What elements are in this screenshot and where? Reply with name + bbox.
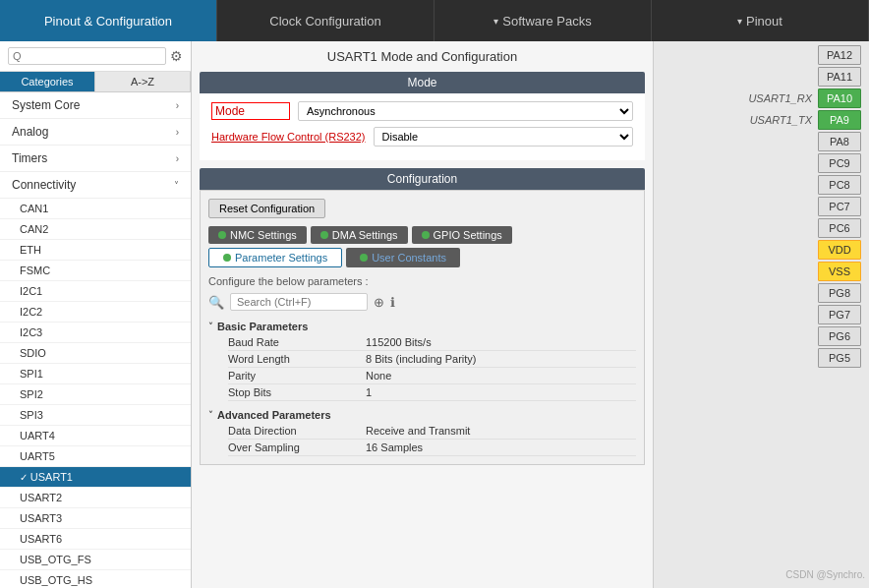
conn-usb-otg-fs[interactable]: USB_OTG_FS [0, 550, 191, 570]
arrow-connectivity-icon: ˅ [174, 180, 179, 191]
param-search-input[interactable] [230, 293, 368, 311]
dot-dma-icon [320, 231, 328, 239]
tab-nmc-settings[interactable]: NMC Settings [208, 226, 307, 244]
conn-can1[interactable]: CAN1 [0, 199, 191, 219]
basic-params-rows: Baud Rate 115200 Bits/s Word Length 8 Bi… [228, 334, 636, 401]
gear-icon[interactable]: ⚙ [170, 48, 183, 64]
nav-software-packs[interactable]: ▾ Software Packs [434, 0, 652, 41]
pin-pg7[interactable]: PG7 [818, 305, 861, 324]
mode-row-hwflow: Hardware Flow Control (RS232) Disable En… [211, 127, 633, 147]
reset-config-button[interactable]: Reset Configuration [208, 199, 325, 218]
pin-pc8[interactable]: PC8 [818, 175, 861, 195]
dot-nmc-icon [218, 231, 226, 239]
search-icon: 🔍 [208, 295, 224, 310]
watermark: CSDN @Synchro. [785, 569, 865, 580]
tab-gpio-settings[interactable]: GPIO Settings [412, 226, 512, 244]
sidebar-item-system-core[interactable]: System Core › [0, 92, 191, 119]
param-row-stop: Stop Bits 1 [228, 384, 636, 401]
top-nav: Pinout & Configuration Clock Configurati… [0, 0, 869, 41]
hw-flow-select[interactable]: Disable Enable [374, 127, 634, 147]
conn-sdio[interactable]: SDIO [0, 343, 191, 364]
pin-pg6[interactable]: PG6 [818, 326, 861, 346]
pin-row-pc8: PC8 [812, 175, 861, 195]
mode-section: Mode Mode Asynchronous Synchronous Disab… [200, 72, 645, 160]
conn-usart1[interactable]: USART1 [0, 467, 191, 488]
mode-label: Mode [211, 102, 290, 120]
mode-select[interactable]: Asynchronous Synchronous Disable [298, 101, 633, 121]
tab-az[interactable]: A->Z [95, 72, 191, 91]
conn-usart2[interactable]: USART2 [0, 488, 191, 508]
conn-spi2[interactable]: SPI2 [0, 384, 191, 405]
sidebar: ⚙ Categories A->Z System Core › Analog ›… [0, 41, 192, 588]
basic-params-tree: ˅ Basic Parameters Baud Rate 115200 Bits… [208, 319, 636, 401]
mode-header: Mode [200, 72, 645, 93]
conn-i2c2[interactable]: I2C2 [0, 302, 191, 323]
pin-pa12[interactable]: PA12 [818, 45, 861, 65]
pin-pa9[interactable]: PA9 [818, 110, 861, 130]
sidebar-item-analog[interactable]: Analog › [0, 119, 191, 146]
pin-pc9[interactable]: PC9 [818, 153, 861, 173]
search-input[interactable] [8, 47, 166, 65]
advanced-params-header[interactable]: ˅ Advanced Parameters [208, 407, 636, 423]
param-row-oversampling: Over Sampling 16 Samples [228, 440, 636, 456]
dot-param-icon [223, 254, 231, 262]
nav-pinout-label: Pinout & Configuration [44, 14, 172, 29]
pin-vdd[interactable]: VDD [818, 240, 861, 260]
pin-row-vdd: VDD [812, 240, 861, 260]
arrow-analog-icon: › [176, 127, 179, 138]
pin-pg5[interactable]: PG5 [818, 348, 861, 368]
nav-pinout-tab[interactable]: ▾ Pinout [652, 0, 869, 41]
advanced-params-tree: ˅ Advanced Parameters Data Direction Rec… [208, 407, 636, 456]
conn-can2[interactable]: CAN2 [0, 219, 191, 240]
arrow-advanced-icon: ˅ [208, 410, 213, 420]
pin-row-pg8: PG8 [812, 283, 861, 303]
pin-row-pc6: PC6 [812, 218, 861, 238]
pin-row-pa11: PA11 [812, 67, 861, 87]
mode-body: Mode Asynchronous Synchronous Disable Ha… [200, 93, 645, 160]
sidebar-item-connectivity[interactable]: Connectivity ˅ [0, 172, 191, 199]
conn-uart4[interactable]: UART4 [0, 426, 191, 446]
conn-i2c3[interactable]: I2C3 [0, 323, 191, 343]
center-content: USART1 Mode and Configuration Mode Mode … [192, 41, 653, 588]
info-icon[interactable]: ℹ [390, 295, 395, 310]
sidebar-search-bar: ⚙ [0, 41, 191, 72]
conn-fsmc[interactable]: FSMC [0, 261, 191, 281]
tab-categories[interactable]: Categories [0, 72, 95, 91]
conn-usart6[interactable]: USART6 [0, 529, 191, 550]
pin-pa10[interactable]: PA10 [818, 88, 861, 108]
conn-usart3[interactable]: USART3 [0, 508, 191, 529]
pin-pg8[interactable]: PG8 [818, 283, 861, 303]
basic-params-header[interactable]: ˅ Basic Parameters [208, 319, 636, 334]
usart-title: USART1 Mode and Configuration [192, 41, 653, 68]
pin-pc6[interactable]: PC6 [818, 218, 861, 238]
conn-usb-otg-hs[interactable]: USB_OTG_HS [0, 570, 191, 588]
pin-row-pa12: PA12 [812, 45, 861, 65]
sidebar-categories: System Core › Analog › Timers › Connecti… [0, 92, 191, 588]
pin-pa11[interactable]: PA11 [818, 67, 861, 87]
sidebar-item-timers[interactable]: Timers › [0, 146, 191, 172]
conn-eth[interactable]: ETH [0, 240, 191, 261]
conn-i2c1[interactable]: I2C1 [0, 281, 191, 302]
chevron-pinout-icon: ▾ [737, 16, 742, 27]
filter-icon[interactable]: ⊕ [374, 295, 384, 310]
tab-user-constants[interactable]: User Constants [346, 248, 460, 267]
pin-pc7[interactable]: PC7 [818, 197, 861, 216]
conn-spi1[interactable]: SPI1 [0, 364, 191, 384]
advanced-params-rows: Data Direction Receive and Transmit Over… [228, 423, 636, 456]
nav-pinout[interactable]: Pinout & Configuration [0, 0, 217, 41]
tab-parameter-settings[interactable]: Parameter Settings [208, 248, 342, 267]
conn-spi3[interactable]: SPI3 [0, 405, 191, 426]
pin-label-pa9-right: USART1_TX [750, 114, 812, 126]
hw-flow-label: Hardware Flow Control (RS232) [211, 131, 366, 143]
pin-pa8[interactable]: PA8 [818, 132, 861, 151]
config-header: Configuration [200, 168, 645, 190]
config-body: Reset Configuration NMC Settings DMA Set… [200, 190, 645, 465]
param-row-parity: Parity None [228, 368, 636, 384]
conn-uart5[interactable]: UART5 [0, 446, 191, 467]
pin-vss[interactable]: VSS [818, 262, 861, 281]
param-row-word: Word Length 8 Bits (including Parity) [228, 351, 636, 368]
dot-gpio-icon [422, 231, 430, 239]
right-panel: PA12 PA11 USART1_RX PA10 USART1_TX PA9 P… [653, 41, 869, 588]
nav-clock[interactable]: Clock Configuration [217, 0, 434, 41]
tab-dma-settings[interactable]: DMA Settings [311, 226, 408, 244]
